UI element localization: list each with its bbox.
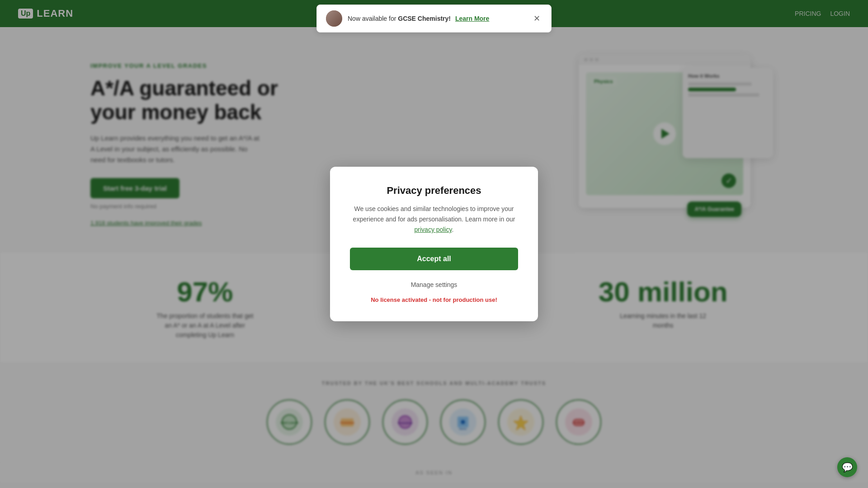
banner-avatar xyxy=(326,10,342,27)
banner-subject: GCSE Chemistry! xyxy=(398,15,451,22)
avatar-image xyxy=(326,10,342,27)
chat-icon: 💬 xyxy=(842,462,853,473)
modal-description: We use cookies and similar technologies … xyxy=(350,204,518,235)
banner-text: Now available for GCSE Chemistry! Learn … xyxy=(348,15,489,22)
modal-title: Privacy preferences xyxy=(350,185,518,197)
modal-warning: No license activated - not for productio… xyxy=(350,296,518,303)
accept-all-button[interactable]: Accept all xyxy=(350,248,518,270)
manage-settings-button[interactable]: Manage settings xyxy=(350,277,518,293)
modal-desc-text: We use cookies and similar technologies … xyxy=(353,205,515,223)
announcement-banner: Now available for GCSE Chemistry! Learn … xyxy=(316,5,552,33)
modal-desc-end: . xyxy=(452,226,454,233)
privacy-modal: Privacy preferences We use cookies and s… xyxy=(330,167,538,321)
modal-overlay: Privacy preferences We use cookies and s… xyxy=(0,0,868,488)
banner-close-button[interactable]: ✕ xyxy=(531,13,542,24)
banner-prefix: Now available for xyxy=(348,15,398,22)
privacy-policy-link[interactable]: privacy policy xyxy=(415,226,452,233)
chat-widget[interactable]: 💬 xyxy=(837,457,857,477)
banner-learn-more[interactable]: Learn More xyxy=(455,15,489,22)
